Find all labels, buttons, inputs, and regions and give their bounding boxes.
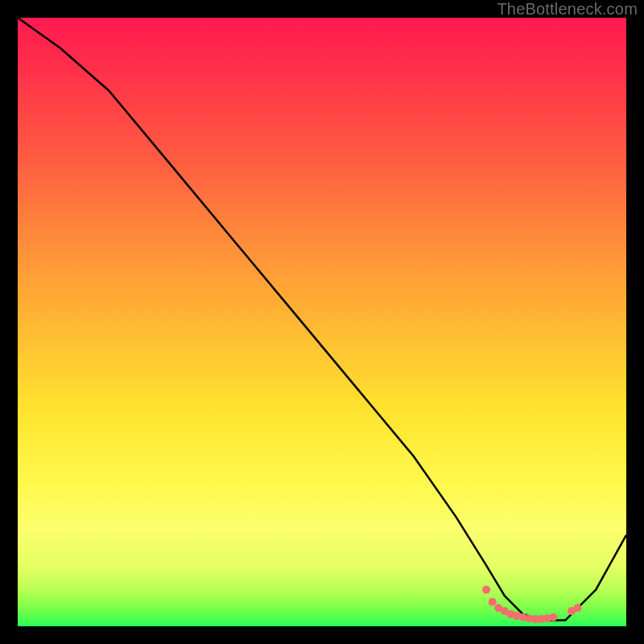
- watermark-text: TheBottleneck.com: [497, 0, 638, 19]
- marker-dot: [574, 604, 582, 612]
- bottleneck-curve: [18, 18, 626, 620]
- marker-dots: [482, 586, 581, 623]
- curve-layer: [18, 18, 626, 626]
- chart-container: TheBottleneck.com: [0, 0, 644, 644]
- plot-area: [18, 18, 626, 626]
- marker-dot: [549, 613, 557, 621]
- marker-dot: [482, 586, 490, 594]
- marker-dot: [489, 598, 497, 606]
- curve-path: [18, 18, 626, 620]
